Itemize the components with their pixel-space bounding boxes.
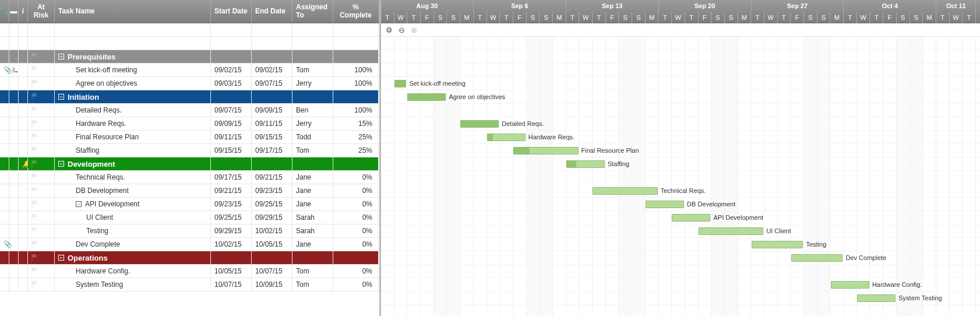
cell-end-date[interactable]: 09/17/15	[252, 144, 292, 157]
cell-info[interactable]	[19, 171, 28, 184]
cell-at-risk[interactable]	[28, 171, 55, 184]
flag-icon[interactable]	[31, 107, 38, 114]
cell-task-name[interactable]: Dev Complete	[55, 238, 211, 251]
col-header-pct-complete[interactable]: % Complete	[333, 0, 379, 23]
gantt-bar[interactable]: Set kick-off meeting	[394, 80, 407, 87]
cell-pct-complete[interactable]	[333, 251, 379, 264]
cell-attach[interactable]	[0, 157, 9, 170]
cell-at-risk[interactable]	[28, 238, 55, 251]
gantt-bar[interactable]: Technical Reqs.	[593, 187, 658, 195]
collapse-icon[interactable]: −	[58, 255, 64, 261]
flag-icon[interactable]	[31, 147, 38, 155]
cell-task-name[interactable]: Hardware Config.	[55, 265, 211, 278]
cell-end-date[interactable]: 10/05/15	[252, 238, 292, 251]
cell-at-risk[interactable]	[28, 265, 55, 278]
cell-pct-complete[interactable]	[333, 157, 379, 170]
cell-assigned-to[interactable]: Sarah	[292, 211, 333, 224]
cell-assigned-to[interactable]: Jerry	[292, 77, 333, 90]
cell-assigned-to[interactable]: Tom	[292, 144, 333, 157]
cell-task-name[interactable]: −Initiation	[55, 90, 211, 103]
cell-at-risk[interactable]	[28, 50, 55, 63]
cell-at-risk[interactable]	[28, 157, 55, 170]
cell-assigned-to[interactable]	[292, 50, 333, 63]
cell-info[interactable]	[19, 77, 28, 90]
cell-start-date[interactable]: 10/02/15	[211, 238, 252, 251]
task-row[interactable]: Hardware Reqs.09/09/1509/11/15Jerry15%	[0, 117, 379, 131]
cell-at-risk[interactable]	[28, 37, 55, 50]
cell-at-risk[interactable]	[28, 144, 55, 157]
flag-icon[interactable]	[31, 227, 38, 235]
cell-info[interactable]	[19, 131, 28, 143]
group-row[interactable]: −Initiation	[0, 90, 379, 104]
cell-task-name[interactable]: Detailed Reqs.	[55, 104, 211, 117]
cell-assigned-to[interactable]: Jane	[292, 198, 333, 210]
cell-task-name[interactable]: Final Resource Plan	[55, 131, 211, 143]
cell-start-date[interactable]: 09/23/15	[211, 198, 252, 210]
cell-comment[interactable]	[9, 90, 19, 103]
col-header-end-date[interactable]: End Date	[252, 0, 292, 23]
cell-comment[interactable]	[9, 37, 19, 50]
group-row[interactable]: −Operations	[0, 251, 379, 265]
cell-attach[interactable]: 📎	[0, 238, 9, 251]
cell-assigned-to[interactable]	[292, 37, 333, 50]
cell-at-risk[interactable]	[28, 224, 55, 237]
cell-assigned-to[interactable]: Jane	[292, 184, 333, 197]
cell-start-date[interactable]: 09/21/15	[211, 184, 252, 197]
cell-end-date[interactable]	[252, 37, 292, 50]
cell-attach[interactable]	[0, 37, 9, 50]
collapse-icon[interactable]: −	[58, 161, 64, 167]
cell-pct-complete[interactable]: 0%	[333, 224, 379, 237]
flag-icon[interactable]	[31, 66, 38, 74]
cell-end-date[interactable]	[252, 50, 292, 63]
cell-at-risk[interactable]	[28, 90, 55, 103]
cell-comment[interactable]	[9, 131, 19, 143]
cell-attach[interactable]	[0, 90, 9, 103]
cell-pct-complete[interactable]: 25%	[333, 144, 379, 157]
flag-icon[interactable]	[31, 254, 38, 262]
cell-comment[interactable]	[9, 144, 19, 157]
cell-at-risk[interactable]	[28, 278, 55, 291]
cell-assigned-to[interactable]	[292, 157, 333, 170]
cell-assigned-to[interactable]: Jerry	[292, 117, 333, 130]
cell-comment[interactable]	[9, 184, 19, 197]
cell-at-risk[interactable]	[28, 131, 55, 143]
collapse-icon[interactable]: −	[58, 94, 64, 100]
collapse-icon[interactable]: −	[58, 54, 64, 59]
cell-info[interactable]	[19, 211, 28, 224]
cell-end-date[interactable]: 09/15/15	[252, 131, 292, 143]
col-header-start-date[interactable]: Start Date	[211, 0, 252, 23]
gantt-bar[interactable]: Agree on objectives	[407, 93, 446, 101]
flag-icon[interactable]	[31, 53, 38, 61]
cell-task-name[interactable]	[55, 23, 211, 36]
cell-info[interactable]	[19, 265, 28, 278]
task-row[interactable]: 📎Set kick-off meeting09/02/1509/02/15Tom…	[0, 64, 379, 77]
cell-start-date[interactable]: 09/29/15	[211, 224, 252, 237]
cell-info[interactable]	[19, 90, 28, 103]
cell-comment[interactable]	[9, 278, 19, 291]
col-header-assigned-to[interactable]: Assigned To	[292, 0, 333, 23]
cell-start-date[interactable]	[211, 23, 252, 36]
cell-comment[interactable]	[9, 171, 19, 184]
cell-task-name[interactable]: Set kick-off meeting	[55, 64, 211, 76]
cell-end-date[interactable]: 09/11/15	[252, 117, 292, 130]
task-row[interactable]: 📎Dev Complete10/02/1510/05/15Jane0%	[0, 238, 379, 251]
cell-attach[interactable]	[0, 23, 9, 36]
cell-pct-complete[interactable]: 0%	[333, 171, 379, 184]
cell-info[interactable]: 🔔	[19, 157, 28, 170]
cell-info[interactable]	[19, 224, 28, 237]
flag-icon[interactable]	[31, 241, 38, 248]
cell-pct-complete[interactable]	[333, 90, 379, 103]
cell-info[interactable]	[19, 184, 28, 197]
cell-start-date[interactable]: 09/02/15	[211, 64, 252, 76]
cell-assigned-to[interactable]: Jane	[292, 238, 333, 251]
gantt-bar[interactable]: API Development	[672, 214, 710, 222]
cell-comment[interactable]	[9, 23, 19, 36]
task-row[interactable]: Technical Reqs.09/17/1509/21/15Jane0%	[0, 171, 379, 184]
flag-icon[interactable]	[31, 160, 38, 168]
col-header-info[interactable]: i	[19, 0, 28, 23]
cell-start-date[interactable]: 09/03/15	[211, 77, 252, 90]
flag-icon[interactable]	[31, 214, 38, 222]
cell-task-name[interactable]: System Testing	[55, 278, 211, 291]
cell-attach[interactable]	[0, 171, 9, 184]
cell-assigned-to[interactable]: Ben	[292, 104, 333, 117]
